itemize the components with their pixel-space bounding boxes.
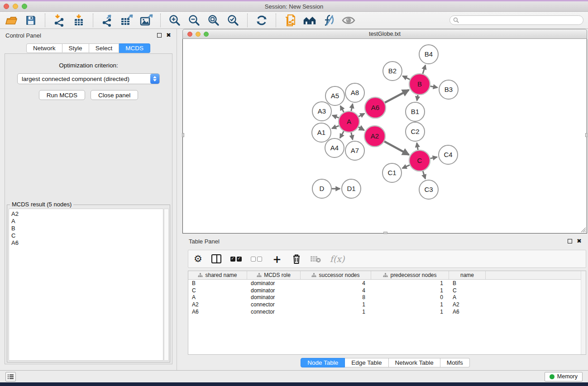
- edge-A-A2[interactable]: [359, 127, 364, 130]
- graph-node-A1[interactable]: A1: [312, 123, 331, 142]
- edge-C-C2[interactable]: [417, 143, 418, 150]
- edge-A-A4[interactable]: [340, 131, 344, 138]
- graph-node-A3[interactable]: A3: [312, 102, 331, 121]
- mcds-result-item[interactable]: C: [11, 232, 161, 239]
- graph-node-B4[interactable]: B4: [419, 45, 438, 64]
- import-table-icon[interactable]: [72, 14, 86, 27]
- memory-button[interactable]: Memory: [545, 372, 583, 381]
- frame-resize-handle-left[interactable]: [182, 133, 184, 137]
- graph-node-A5[interactable]: A5: [325, 86, 344, 105]
- edge-C-C3[interactable]: [423, 171, 425, 179]
- mcds-result-item[interactable]: A2: [11, 210, 161, 218]
- clear-table-icon[interactable]: [310, 252, 321, 266]
- edge-A-A8[interactable]: [351, 104, 353, 111]
- new-network-from-selection-icon[interactable]: [283, 14, 297, 27]
- mcds-result-list[interactable]: A2ABCA6: [9, 209, 163, 361]
- open-session-icon[interactable]: [5, 14, 18, 27]
- optimization-criterion-select[interactable]: largest connected component (directed): [17, 73, 160, 84]
- column-header-MCDS-role[interactable]: MCDS role: [247, 271, 301, 279]
- edge-A6-B[interactable]: [385, 90, 409, 103]
- tab-motifs[interactable]: Motifs: [440, 358, 470, 367]
- mcds-result-item[interactable]: A: [11, 218, 161, 225]
- graph-node-A4[interactable]: A4: [325, 138, 344, 157]
- mcds-result-item[interactable]: B: [11, 225, 161, 232]
- edge-A-A5[interactable]: [340, 106, 344, 112]
- edge-B-B3[interactable]: [430, 86, 438, 87]
- network-window-titlebar[interactable]: testGlobe.txt: [182, 29, 587, 39]
- select-all-columns-icon[interactable]: [230, 252, 242, 266]
- apply-layout-icon[interactable]: [255, 14, 268, 27]
- export-table-icon[interactable]: [120, 14, 134, 27]
- float-table-panel-icon[interactable]: [568, 239, 572, 243]
- graph-node-A7[interactable]: A7: [345, 141, 364, 160]
- graph-node-C3[interactable]: C3: [419, 180, 438, 199]
- close-panel-icon[interactable]: ✖: [166, 33, 171, 38]
- close-table-panel-icon[interactable]: ✖: [577, 239, 582, 243]
- table-row[interactable]: Bdominator41B: [188, 280, 586, 287]
- task-history-button[interactable]: [5, 372, 16, 381]
- tab-node-table[interactable]: Node Table: [301, 358, 345, 367]
- unselect-all-columns-icon[interactable]: [251, 252, 262, 266]
- frame-resize-handle-right[interactable]: [585, 133, 588, 137]
- edge-A2-C[interactable]: [384, 141, 409, 155]
- column-header-shared-name[interactable]: shared name: [188, 271, 247, 279]
- tab-network-table[interactable]: Network Table: [389, 358, 440, 367]
- mcds-result-item[interactable]: A6: [11, 239, 161, 247]
- edge-A-A7[interactable]: [351, 133, 353, 140]
- graph-node-B3[interactable]: B3: [439, 80, 458, 99]
- search-input[interactable]: [461, 17, 580, 24]
- graph-node-C4[interactable]: C4: [439, 145, 458, 164]
- add-column-icon[interactable]: ＋: [271, 252, 283, 266]
- float-panel-icon[interactable]: [157, 33, 162, 38]
- delete-columns-icon[interactable]: [292, 252, 301, 266]
- graph-node-D[interactable]: D: [312, 179, 331, 198]
- graph-node-A6[interactable]: A6: [365, 97, 386, 118]
- zoom-in-icon[interactable]: [168, 14, 182, 27]
- edge-B-B2[interactable]: [403, 76, 410, 80]
- graph-node-B[interactable]: B: [409, 74, 430, 95]
- edge-A-A1[interactable]: [332, 126, 339, 129]
- column-header-name[interactable]: name: [449, 271, 486, 279]
- graph-node-C2[interactable]: C2: [406, 122, 425, 141]
- edge-C-C4[interactable]: [430, 157, 437, 158]
- column-header-predecessor-nodes[interactable]: predecessor nodes: [371, 271, 449, 279]
- toggle-graphics-details-icon[interactable]: [322, 14, 336, 27]
- table-row[interactable]: Cdominator41C: [188, 287, 586, 294]
- edge-B-B4[interactable]: [423, 65, 425, 74]
- first-neighbors-icon[interactable]: [303, 14, 316, 27]
- table-row[interactable]: A6connector11A6: [188, 308, 586, 315]
- save-session-icon[interactable]: [24, 14, 38, 27]
- graph-node-A[interactable]: A: [339, 111, 359, 132]
- tab-select[interactable]: Select: [89, 43, 120, 53]
- network-canvas[interactable]: B4B2BB3A5A8A6A3B1AC2A1A2A4A7C4CC1DD1C3: [182, 39, 587, 234]
- table-scrollbar[interactable]: [581, 271, 586, 354]
- import-network-icon[interactable]: [53, 14, 66, 27]
- tab-mcds[interactable]: MCDS: [119, 43, 150, 53]
- show-columns-icon[interactable]: [211, 252, 221, 266]
- column-header-successor-nodes[interactable]: successor nodes: [301, 271, 371, 279]
- tab-edge-table[interactable]: Edge Table: [345, 358, 388, 367]
- eye-icon[interactable]: [342, 14, 355, 27]
- network-graph[interactable]: B4B2BB3A5A8A6A3B1AC2A1A2A4A7C4CC1DD1C3: [183, 39, 587, 233]
- result-list-scrollbar[interactable]: [164, 209, 169, 361]
- graph-node-A2[interactable]: A2: [364, 126, 385, 147]
- tab-style[interactable]: Style: [62, 43, 89, 53]
- edge-C-C1[interactable]: [402, 165, 410, 168]
- graph-node-A8[interactable]: A8: [345, 83, 364, 102]
- close-panel-button[interactable]: Close panel: [91, 90, 138, 100]
- export-network-icon[interactable]: [100, 14, 114, 27]
- resize-grip-icon[interactable]: [580, 226, 586, 233]
- function-builder-icon[interactable]: f(x): [330, 252, 345, 266]
- export-image-icon[interactable]: [139, 14, 153, 27]
- frame-resize-handle-bottom[interactable]: [383, 232, 387, 234]
- zoom-selected-icon[interactable]: [226, 14, 240, 27]
- edge-A-A6[interactable]: [359, 114, 364, 117]
- graph-node-B2[interactable]: B2: [383, 62, 402, 81]
- search-box[interactable]: [449, 15, 583, 25]
- edge-B-B1[interactable]: [417, 95, 418, 101]
- edge-A-A3[interactable]: [332, 115, 339, 118]
- graph-node-B1[interactable]: B1: [406, 102, 425, 121]
- graph-node-C[interactable]: C: [409, 150, 430, 171]
- table-options-gear-icon[interactable]: ⚙: [194, 252, 202, 266]
- zoom-out-icon[interactable]: [187, 14, 201, 27]
